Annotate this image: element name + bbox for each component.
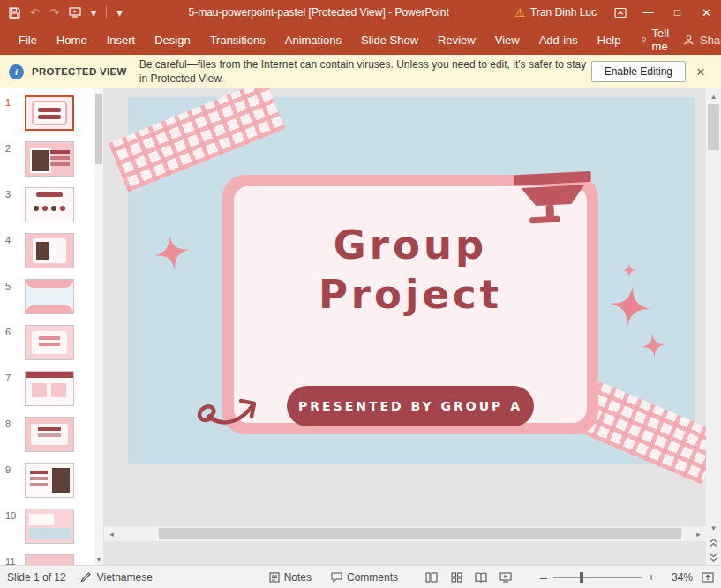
vertical-scrollbar[interactable]: ▴ ▾ xyxy=(706,88,721,565)
slide-number: 7 xyxy=(5,371,20,383)
slide-thumbnail-5[interactable]: 5 xyxy=(0,279,103,325)
close-button[interactable]: ✕ xyxy=(692,0,721,25)
fit-slide-to-window-button[interactable] xyxy=(702,572,714,583)
tell-me-label: Tell me xyxy=(652,26,673,53)
account-name: Tran Dinh Luc xyxy=(530,6,597,19)
slide-number: 3 xyxy=(5,187,20,200)
zoom-in-button[interactable]: + xyxy=(645,570,657,584)
presented-by-badge: PRESENTED BY GROUP A xyxy=(287,386,534,426)
slide-show-view-button[interactable] xyxy=(495,569,516,586)
slide-thumbnail-1[interactable]: 1 xyxy=(0,95,103,141)
slide-1: Group Project PRESENTED BY GROUP A xyxy=(128,97,695,464)
slide-thumbnail-image[interactable] xyxy=(25,325,74,360)
reading-view-button[interactable] xyxy=(470,569,492,586)
slide-thumbnail-image[interactable] xyxy=(25,371,74,406)
language-indicator[interactable]: Vietnamese xyxy=(97,571,153,584)
ribbon-display-options-button[interactable] xyxy=(607,0,634,25)
slide-thumbnail-11[interactable]: 11 xyxy=(0,554,103,565)
slide-number: 11 xyxy=(5,554,20,565)
slide-thumbnail-image[interactable] xyxy=(25,279,74,314)
slide-thumbnail-8[interactable]: 8 xyxy=(0,417,103,463)
slide-number: 9 xyxy=(5,463,20,475)
next-slide-button[interactable] xyxy=(706,550,721,565)
tab-view[interactable]: View xyxy=(485,25,529,55)
sparkle-icon xyxy=(641,333,667,359)
status-bar: Slide 1 of 12 Vietnamese Notes Comments xyxy=(0,565,721,588)
slide-indicator[interactable]: Slide 1 of 12 xyxy=(7,571,66,584)
zoom-slider-thumb[interactable] xyxy=(580,572,583,583)
window-title: 5-mau-powerpoint-pastel [Protected View]… xyxy=(123,6,515,19)
slide-thumbnail-image[interactable] xyxy=(25,554,74,565)
panel-scroll-down-icon[interactable]: ▾ xyxy=(94,555,103,563)
tell-me-button[interactable]: Tell me xyxy=(631,26,684,53)
tab-insert[interactable]: Insert xyxy=(97,25,146,55)
tab-review[interactable]: Review xyxy=(428,25,485,55)
tab-help[interactable]: Help xyxy=(588,25,631,55)
save-icon[interactable] xyxy=(9,7,20,19)
share-button[interactable]: Share xyxy=(683,34,721,47)
dismiss-bar-icon[interactable]: ✕ xyxy=(689,65,712,79)
comments-button[interactable]: Comments xyxy=(331,571,398,584)
normal-view-button[interactable] xyxy=(421,569,442,586)
panel-scrollbar[interactable]: ▾ xyxy=(94,88,103,565)
slide-thumbnail-7[interactable]: 7 xyxy=(0,371,103,417)
zoom-slider[interactable] xyxy=(553,571,642,584)
account-info[interactable]: ⚠ Tran Dinh Luc xyxy=(514,6,597,19)
scroll-down-icon[interactable]: ▾ xyxy=(706,520,721,535)
title-bar: ↶ ↷ ▾ ▾ 5-mau-powerpoint-pastel [Protect… xyxy=(0,0,721,25)
maximize-button[interactable]: □ xyxy=(663,0,692,25)
slide-thumbnail-6[interactable]: 6 xyxy=(0,325,103,371)
comments-label: Comments xyxy=(347,571,398,584)
scroll-right-icon[interactable]: ▸ xyxy=(691,526,706,541)
zoom-out-button[interactable]: – xyxy=(537,570,550,584)
zoom-percentage[interactable]: 34% xyxy=(661,571,693,584)
reading-view-icon xyxy=(475,572,487,583)
undo-icon: ↶ xyxy=(30,7,40,19)
slide-sorter-view-button[interactable] xyxy=(446,569,467,586)
vertical-scrollbar-thumb[interactable] xyxy=(708,104,719,150)
qat-customize-dropdown-icon[interactable]: ▾ xyxy=(91,7,97,19)
lightbulb-icon xyxy=(641,34,647,46)
main-area: 1 2 3 4 5 6 7 xyxy=(0,88,721,565)
slide-thumbnail-image[interactable] xyxy=(25,417,74,452)
slide-thumbnail-image[interactable] xyxy=(25,233,74,268)
slide-thumbnail-10[interactable]: 10 xyxy=(0,509,103,554)
qat-separator xyxy=(106,6,107,19)
slide-thumbnail-image[interactable] xyxy=(25,463,74,498)
previous-slide-button[interactable] xyxy=(706,535,721,550)
scroll-up-icon[interactable]: ▴ xyxy=(706,88,721,103)
horizontal-scrollbar-thumb[interactable] xyxy=(159,528,681,539)
slide-number: 10 xyxy=(5,509,20,521)
slide-title-line1: Group xyxy=(222,221,598,270)
slide-thumbnail-2[interactable]: 2 xyxy=(0,141,103,187)
titlebar-controls: ⚠ Tran Dinh Luc — □ ✕ xyxy=(514,0,721,25)
start-slideshow-icon[interactable] xyxy=(69,7,81,18)
double-chevron-up-icon xyxy=(709,538,718,547)
slide-thumbnail-image[interactable] xyxy=(25,141,74,177)
tab-design[interactable]: Design xyxy=(145,25,199,55)
tab-home[interactable]: Home xyxy=(47,25,97,55)
slide-thumbnail-image[interactable] xyxy=(25,187,74,222)
comments-icon xyxy=(331,572,342,583)
slide-thumbnail-image[interactable] xyxy=(25,95,74,131)
slide-thumbnail-4[interactable]: 4 xyxy=(0,233,103,279)
tab-add-ins[interactable]: Add-ins xyxy=(529,25,588,55)
slide-thumbnail-3[interactable]: 3 xyxy=(0,187,103,233)
spell-check-icon[interactable] xyxy=(80,571,92,583)
scroll-left-icon[interactable]: ◂ xyxy=(104,526,119,541)
qat-overflow-dropdown-icon[interactable]: ▾ xyxy=(116,7,123,19)
panel-scrollbar-thumb[interactable] xyxy=(95,94,102,164)
slide-thumbnail-9[interactable]: 9 xyxy=(0,463,103,509)
notes-button[interactable]: Notes xyxy=(269,571,312,584)
enable-editing-button[interactable]: Enable Editing xyxy=(591,61,686,82)
slide-title-line2: Project xyxy=(222,270,598,320)
tab-transitions[interactable]: Transitions xyxy=(200,25,275,55)
tab-slide-show[interactable]: Slide Show xyxy=(351,25,428,55)
sparkle-icon xyxy=(607,283,653,329)
slide-thumbnail-image[interactable] xyxy=(25,509,74,544)
arrow-doodle-icon xyxy=(193,376,277,431)
tab-file[interactable]: File xyxy=(9,25,47,55)
horizontal-scrollbar[interactable]: ◂ ▸ xyxy=(104,526,706,541)
tab-animations[interactable]: Animations xyxy=(275,25,351,55)
minimize-button[interactable]: — xyxy=(634,0,663,25)
